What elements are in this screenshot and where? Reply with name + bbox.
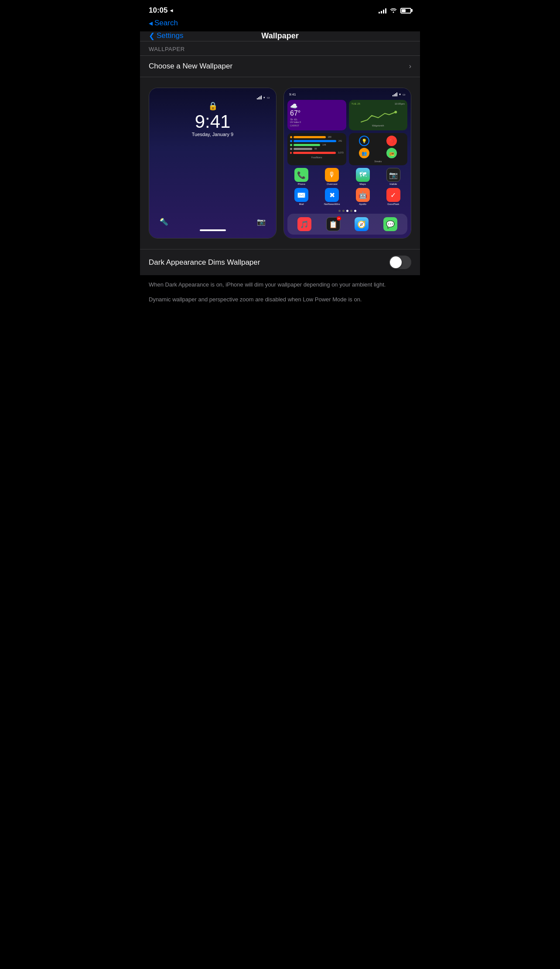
app-phone-name: Phone (297, 183, 305, 185)
lock-signal-2 (258, 97, 259, 99)
choose-wallpaper-row[interactable]: Choose a New Wallpaper › (140, 56, 420, 77)
home-signal-2 (394, 94, 395, 96)
time-label: 10:05 (149, 6, 167, 15)
home-signal-3 (395, 93, 396, 96)
bar-row-2: 241 (290, 140, 344, 142)
lock-home-indicator (200, 229, 226, 231)
app-goodtask: ✓ GoodTask (379, 188, 407, 205)
battery-fill (402, 9, 406, 12)
app-overcast: 🎙 Overcast (318, 168, 346, 185)
dark-appearance-toggle[interactable] (389, 256, 411, 269)
app-mail-name: Mail (299, 203, 304, 205)
settings-back-button[interactable]: ❮ Settings (149, 31, 183, 41)
bar-row-4: 95 (290, 147, 344, 150)
bar-fill-4 (294, 148, 312, 150)
app-apollo-icon: 🤖 (356, 188, 370, 202)
app-overcast-icon: 🎙 (325, 168, 339, 182)
circle-icon-3: 👥 (359, 148, 369, 158)
home-status-bar: 9:41 ▾ ▭ (287, 92, 407, 96)
bar-dot-2 (290, 140, 292, 142)
weather-label: CARROT (290, 124, 344, 127)
bar-val-3: 144 (322, 143, 326, 146)
app-mail: ✉️ Mail (287, 188, 315, 205)
circle-2: ⭕ (379, 136, 405, 146)
weather-widget: ☁️ 67° 79↑ 63↓UV Index 0 CARROT (287, 100, 346, 130)
home-mini-signal (393, 93, 397, 96)
toggle-thumb (390, 256, 402, 268)
lock-mini-status: ▾ ▭ (155, 96, 270, 99)
bar-fill-2 (294, 140, 336, 142)
circle-icon-1: 💡 (359, 136, 369, 146)
description-section: When Dark Appearance is on, iPhone will … (140, 275, 420, 317)
status-time: 10:05 ◂ (149, 6, 173, 15)
page-dots (287, 210, 407, 212)
status-right (379, 7, 411, 14)
circles-label: Streaks (352, 160, 405, 163)
dot-5 (354, 210, 356, 212)
app-halide: 📷 Halide (379, 168, 407, 185)
app-grid: 📞 Phone 🎙 Overcast 🗺 Maps 📷 Halide ✉️ (287, 168, 407, 205)
widget-grid: ☁️ 67° 79↑ 63↓UV Index 0 CARROT TUE 25 1… (287, 100, 407, 165)
dot-2 (342, 210, 345, 212)
flashlight-icon: 🔦 (160, 218, 168, 226)
chart-header: TUE 25 10:05pm (352, 102, 405, 105)
app-mail-icon: ✉️ (294, 188, 308, 202)
dock-clipboard-badge: 24 (337, 216, 341, 221)
weather-detail: 79↑ 63↓UV Index 0 (290, 118, 344, 123)
lock-icon: 🔒 (208, 101, 218, 111)
app-halide-icon: 📷 (386, 168, 400, 182)
lock-date: Tuesday, January 9 (192, 132, 233, 137)
lock-mini-signal (257, 96, 262, 99)
app-phone: 📞 Phone (287, 168, 315, 185)
chart-label: Widgetsmith (352, 124, 405, 127)
dock-safari: 🧭 (355, 217, 369, 231)
app-apollo: 🤖 Apollo (349, 188, 377, 205)
lock-mini-wifi: ▾ (263, 96, 265, 99)
bar-fill-3 (294, 144, 320, 146)
search-nav: ◂ Search (140, 18, 420, 31)
nav-bar: ❮ Settings Wallpaper (140, 31, 420, 41)
bar-dot-4 (290, 148, 292, 150)
circles-widget: 💡 ⭕ 👥 📻 Streaks (349, 133, 408, 165)
section-header-text: WALLPAPER (149, 46, 185, 52)
choose-wallpaper-label: Choose a New Wallpaper (149, 62, 232, 71)
home-battery-icon: ▭ (403, 93, 406, 96)
dark-appearance-label: Dark Appearance Dims Wallpaper (149, 258, 260, 267)
home-signal-4 (396, 92, 397, 96)
svg-point-0 (394, 111, 397, 113)
lock-screen-preview[interactable]: ▾ ▭ 🔒 9:41 Tuesday, January 9 🔦 📷 (149, 88, 277, 239)
dock-messages: 💬 (383, 217, 397, 231)
lock-signal-3 (260, 96, 260, 99)
home-status-time: 9:41 (289, 92, 296, 96)
chevron-left-icon: ◂ (149, 18, 153, 28)
lock-mini-battery: ▭ (267, 96, 270, 99)
app-halide-name: Halide (389, 183, 397, 185)
signal-bar-1 (379, 12, 380, 14)
page-title: Wallpaper (261, 31, 298, 41)
signal-bar-2 (381, 11, 382, 14)
location-icon: ◂ (170, 7, 173, 14)
search-back-button[interactable]: ◂ Search (149, 18, 178, 28)
signal-bars (379, 7, 386, 14)
chevron-right-icon: › (409, 62, 411, 70)
chart-widget: TUE 25 10:05pm Widgetsmith (349, 100, 408, 130)
bar-fill-1 (294, 136, 326, 138)
dot-3 (346, 210, 348, 212)
search-back-label: Search (154, 19, 178, 27)
camera-icon: 📷 (257, 218, 266, 226)
circle-icon-4: 📻 (386, 148, 397, 158)
battery-icon (400, 8, 411, 14)
weather-icon: ☁️ (290, 102, 344, 109)
app-goodtask-name: GoodTask (387, 203, 399, 205)
app-netnewswire-icon: ✖ (325, 188, 339, 202)
bar-fill-5 (293, 152, 336, 154)
bar-row-5: 3,073 (290, 151, 344, 154)
app-phone-icon: 📞 (294, 168, 308, 182)
description-text-1: When Dark Appearance is on, iPhone will … (149, 280, 411, 289)
bar-dot-3 (290, 144, 292, 146)
dock-clipboard: 📋 24 (326, 217, 340, 231)
bar-val-5: 3,073 (338, 151, 344, 154)
app-apollo-name: Apollo (359, 203, 366, 205)
home-screen-preview[interactable]: 9:41 ▾ ▭ ☁️ 67° 79 (283, 88, 411, 239)
dock-music: 🎵 (297, 217, 311, 231)
